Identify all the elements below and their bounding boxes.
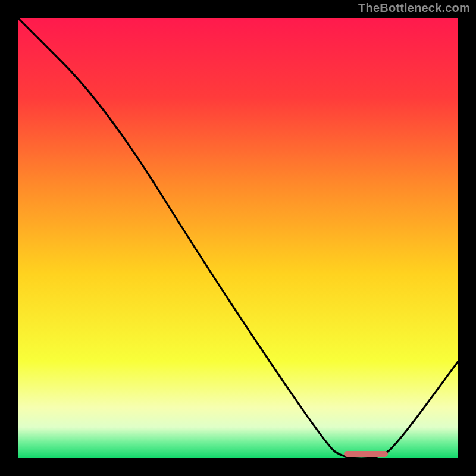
curve-path xyxy=(18,18,458,458)
watermark-text: TheBottleneck.com xyxy=(358,1,470,15)
image-frame: TheBottleneck.com xyxy=(0,0,476,476)
plot-area xyxy=(18,18,458,458)
bottleneck-curve xyxy=(18,18,458,458)
optimum-range-marker xyxy=(344,451,388,457)
